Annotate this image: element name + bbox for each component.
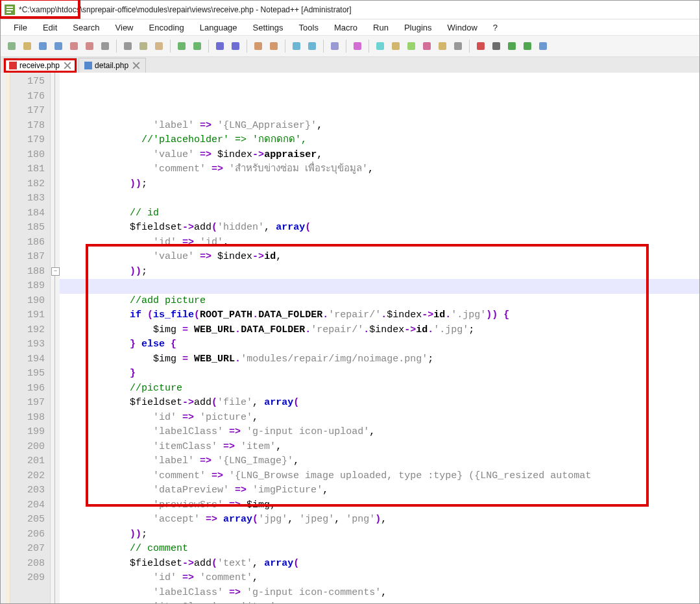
code-line[interactable] <box>60 279 699 294</box>
replace-icon[interactable] <box>228 39 243 53</box>
play-multi-icon[interactable] <box>520 39 535 53</box>
svg-rect-19 <box>331 42 339 50</box>
menu-macro[interactable]: Macro <box>328 21 364 34</box>
close-all-icon[interactable] <box>82 39 97 53</box>
undo-icon[interactable] <box>175 39 189 53</box>
menu-encoding[interactable]: Encoding <box>143 21 191 34</box>
menu-run[interactable]: Run <box>367 21 395 34</box>
code-line[interactable]: 'comment' => 'สำหรับข่างซ่อม เพื่อระบุข้… <box>60 162 699 177</box>
menu-view[interactable]: View <box>109 21 140 34</box>
code-line[interactable]: // id <box>60 206 699 221</box>
app-window: *C:\xampp\htdocs\snprepair-office\module… <box>0 0 700 604</box>
code-line[interactable]: //picture <box>60 381 699 396</box>
code-line[interactable]: 'labelClass' => 'g-input icon-upload', <box>60 425 699 440</box>
menu-help[interactable]: ? <box>487 21 504 34</box>
code-line[interactable]: $fieldset->add('file', array( <box>60 396 699 411</box>
bookmark-margin <box>1 73 6 603</box>
code-line[interactable]: 'itemClass' => 'item', <box>60 600 699 603</box>
code-line[interactable]: 'label' => '{LNG_Image}', <box>60 454 699 469</box>
menu-window[interactable]: Window <box>441 21 484 34</box>
save-all-icon[interactable] <box>51 39 66 53</box>
menu-plugins[interactable]: Plugins <box>398 21 439 34</box>
code-line[interactable]: if (is_file(ROOT_PATH.DATA_FOLDER.'repai… <box>60 308 699 323</box>
code-line[interactable]: 'previewSrc' => $img, <box>60 498 699 513</box>
print-icon[interactable] <box>98 39 112 53</box>
tab-close-icon[interactable] <box>64 62 71 69</box>
save-icon[interactable] <box>36 39 50 53</box>
stop-icon[interactable] <box>489 39 503 53</box>
zoom-in-icon[interactable] <box>251 39 265 53</box>
code-line[interactable]: 'dataPreview' => 'imgPicture', <box>60 483 699 498</box>
code-line[interactable]: //add picture <box>60 294 699 309</box>
save-macro-icon[interactable] <box>536 39 550 53</box>
play-icon[interactable] <box>505 39 519 53</box>
new-icon[interactable] <box>5 39 19 53</box>
sync-v-icon[interactable] <box>289 39 304 53</box>
code-area[interactable]: 'label' => '{LNG_Appraiser}', //'placeho… <box>60 73 699 603</box>
code-line[interactable] <box>60 191 699 206</box>
code-line[interactable]: 'accept' => array('jpg', 'jpeg', 'png'), <box>60 513 699 527</box>
code-line[interactable]: 'labelClass' => 'g-input icon-comments', <box>60 586 699 601</box>
svg-rect-5 <box>70 42 78 50</box>
code-line[interactable]: $img = WEB_URL.DATA_FOLDER.'repair/'.$in… <box>60 323 699 338</box>
code-line[interactable]: } <box>60 367 699 381</box>
tab-receive-php[interactable]: receive.php <box>3 58 77 73</box>
sync-h-icon[interactable] <box>305 39 319 53</box>
code-line[interactable]: $fieldset->add('text', array( <box>60 557 699 572</box>
open-icon[interactable] <box>20 39 34 53</box>
code-line[interactable]: 'id' => 'picture', <box>60 411 699 426</box>
svg-rect-27 <box>477 42 485 50</box>
doc-map-icon[interactable] <box>404 39 418 53</box>
menu-search[interactable]: Search <box>66 21 106 34</box>
menu-tools[interactable]: Tools <box>293 21 325 34</box>
svg-rect-21 <box>376 42 384 50</box>
code-line[interactable]: )); <box>60 527 699 542</box>
code-line[interactable]: 'id' => 'id', <box>60 236 699 250</box>
menu-settings[interactable]: Settings <box>247 21 290 34</box>
menu-language[interactable]: Language <box>193 21 244 34</box>
tab-close-icon[interactable] <box>132 62 140 69</box>
find-icon[interactable] <box>213 39 227 53</box>
zoom-out-icon[interactable] <box>267 39 281 53</box>
tab-label: receive.php <box>19 61 60 70</box>
lang-icon[interactable] <box>389 39 403 53</box>
fold-toggle-icon[interactable]: − <box>51 267 60 276</box>
func-list-icon[interactable] <box>420 39 434 53</box>
monitor-icon[interactable] <box>451 39 465 53</box>
redo-icon[interactable] <box>190 39 204 53</box>
record-icon[interactable] <box>474 39 488 53</box>
svg-rect-30 <box>524 42 531 50</box>
copy-icon[interactable] <box>136 39 151 53</box>
svg-rect-10 <box>155 42 163 50</box>
code-line[interactable]: 'itemClass' => 'item', <box>60 440 699 455</box>
indent-guide-icon[interactable] <box>373 39 387 53</box>
folder-icon[interactable] <box>435 39 450 53</box>
code-line[interactable]: )); <box>60 177 699 192</box>
code-line[interactable]: )); <box>60 265 699 280</box>
code-line[interactable]: $fieldset->add('hidden', array( <box>60 221 699 236</box>
svg-rect-23 <box>407 42 415 50</box>
svg-rect-15 <box>254 42 262 50</box>
menu-edit[interactable]: Edit <box>36 21 64 34</box>
code-line[interactable]: 'label' => '{LNG_Appraiser}', <box>60 119 699 134</box>
code-line[interactable]: 'id' => 'comment', <box>60 571 699 586</box>
tab-detail-php[interactable]: detail.php <box>78 58 146 73</box>
code-line[interactable]: } else { <box>60 337 699 352</box>
fold-margin[interactable]: − <box>51 73 60 603</box>
menu-file[interactable]: File <box>7 21 34 34</box>
cut-icon[interactable] <box>121 39 135 53</box>
close-icon[interactable] <box>67 39 81 53</box>
svg-rect-25 <box>439 42 446 50</box>
code-line[interactable]: // comment <box>60 542 699 557</box>
code-line[interactable]: 'value' => $index->appraiser, <box>60 148 699 163</box>
code-line[interactable]: //'placeholder' => 'กดกดกด', <box>60 133 699 148</box>
paste-icon[interactable] <box>152 39 166 53</box>
code-line[interactable]: 'comment' => '{LNG_Browse image uploaded… <box>60 469 699 484</box>
svg-rect-33 <box>84 62 92 69</box>
svg-rect-12 <box>193 42 201 50</box>
code-line[interactable]: $img = WEB_URL.'modules/repair/img/noima… <box>60 352 699 367</box>
editor[interactable]: 1751761771781791801811821831841851861871… <box>1 73 699 603</box>
all-chars-icon[interactable] <box>350 39 365 53</box>
wrap-icon[interactable] <box>328 39 342 53</box>
code-line[interactable]: 'value' => $index->id, <box>60 250 699 265</box>
